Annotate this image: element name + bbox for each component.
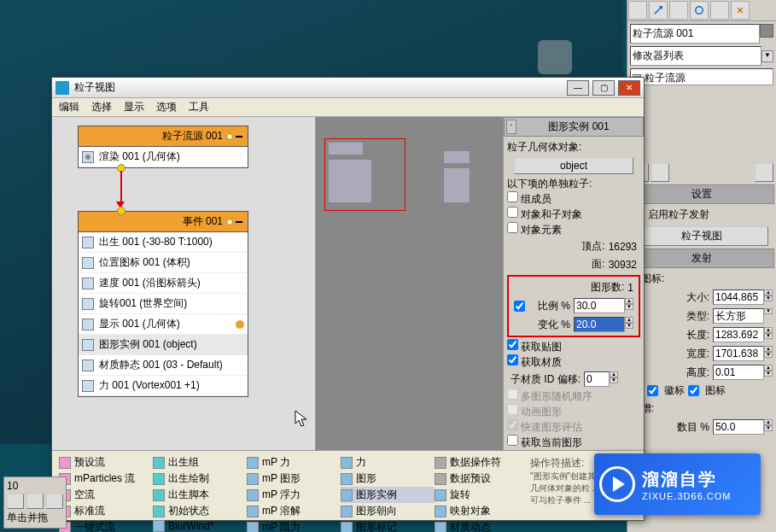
create-tab[interactable] (628, 1, 647, 20)
view-cube[interactable] (538, 40, 572, 74)
spin-down[interactable]: ▼ (764, 295, 773, 301)
modifier-stack[interactable]: ▣ 粒子流源 (630, 68, 773, 85)
depot-item[interactable]: 出生脚本 (153, 487, 247, 503)
collapse-icon[interactable]: - (506, 120, 516, 134)
acq-current-checkbox[interactable] (507, 435, 518, 446)
bulb-icon[interactable] (226, 219, 233, 225)
depot-item[interactable]: 出生绘制 (153, 471, 247, 487)
depot-item[interactable]: mParticles 流 (59, 471, 153, 487)
depot-item[interactable]: mP 浮力 (247, 487, 341, 503)
depot-item[interactable]: 旋转 (435, 487, 528, 503)
depot-item[interactable]: 出生组 (153, 454, 247, 471)
configure-button[interactable] (755, 163, 773, 182)
pct-input[interactable] (713, 419, 764, 435)
group-checkbox[interactable] (507, 191, 518, 202)
object-name-input[interactable]: 粒子流源 001 (630, 24, 760, 44)
elements-checkbox[interactable] (507, 222, 518, 233)
depot-item[interactable]: mP 力 (247, 454, 341, 471)
operator-row[interactable]: 位置图标 001 (体积) (79, 253, 248, 273)
operator-row[interactable]: 力 001 (Vortex001 +1) (79, 376, 248, 396)
variation-input[interactable] (574, 317, 625, 332)
collapse-icon[interactable] (236, 221, 242, 223)
maximize-button[interactable]: ▢ (592, 80, 615, 96)
display-tab[interactable] (710, 1, 729, 20)
show-icon-checkbox[interactable] (688, 385, 699, 396)
depot-item[interactable]: 标准流 (59, 503, 153, 519)
source-node[interactable]: 粒子流源 001 渲染 001 (几何体) (78, 126, 248, 168)
event-canvas[interactable]: 粒子流源 001 渲染 001 (几何体) 事件 001 出生 001 (-30… (52, 117, 315, 450)
operator-row[interactable]: 材质静态 001 (03 - Default) (79, 355, 248, 376)
menu-select[interactable]: 选择 (91, 100, 112, 114)
show-logo-checkbox[interactable] (647, 385, 658, 396)
menu-display[interactable]: 显示 (124, 100, 144, 114)
depot-item[interactable]: 空流 (59, 487, 153, 503)
operator-row[interactable]: 速度 001 (沿图标箭头) (79, 273, 248, 294)
anim-shape-checkbox (507, 404, 518, 415)
depot-item-label: 初始状态 (168, 504, 209, 518)
depot-item[interactable]: 预设流 (59, 454, 153, 471)
height-input[interactable] (713, 365, 764, 380)
key-button[interactable] (7, 494, 24, 509)
depot-item[interactable]: 图形实例 (341, 487, 435, 503)
scale-label: 比例 % (531, 299, 570, 313)
menu-options[interactable]: 选项 (156, 100, 177, 114)
show-result-button[interactable] (651, 163, 669, 182)
particle-view-button[interactable]: 粒子视图 (635, 226, 769, 246)
operator-row[interactable]: 显示 001 (几何体) (79, 314, 248, 335)
filter-button[interactable] (46, 494, 63, 509)
children-checkbox[interactable] (507, 207, 518, 218)
size-input[interactable] (713, 289, 764, 305)
bulb-icon[interactable] (226, 133, 233, 140)
utilities-tab[interactable] (731, 1, 750, 20)
event-node[interactable]: 事件 001 出生 001 (-30-80 T:1000)位置图标 001 (体… (78, 211, 248, 397)
motion-tab[interactable] (690, 1, 709, 20)
spin-up[interactable]: ▲ (764, 289, 773, 295)
display-color-icon[interactable] (236, 320, 244, 329)
depot-item[interactable]: 数据预设 (435, 471, 528, 487)
depot-item[interactable]: 数据操作符 (435, 454, 528, 471)
rollout-setup[interactable]: 设置 (629, 184, 774, 204)
operator-label: 出生 001 (-30-80 T:1000) (99, 235, 213, 249)
operator-row[interactable]: 旋转001 (世界空间) (79, 294, 248, 314)
scale-input[interactable] (574, 298, 625, 313)
rollout-emit[interactable]: 发射 (629, 248, 774, 268)
dd-arrow-icon[interactable]: ▼ (764, 308, 773, 314)
depot-item[interactable]: 初始状态 (153, 503, 247, 519)
depot-item[interactable]: 力 (341, 454, 435, 471)
depot-item[interactable]: 图形朝向 (341, 503, 435, 519)
length-input[interactable] (713, 327, 764, 342)
acq-mat-checkbox[interactable] (507, 354, 518, 365)
depot-item[interactable]: 映射对象 (435, 503, 528, 519)
object-color-swatch[interactable] (760, 24, 773, 38)
depot-item[interactable]: BlurWind* (153, 519, 247, 532)
modifier-list-dropdown[interactable]: 修改器列表 (630, 46, 761, 66)
menu-edit[interactable]: 编辑 (59, 100, 79, 114)
operator-row[interactable]: 图形实例 001 (object) (79, 335, 248, 355)
depot-item[interactable]: mP 溶解 (247, 503, 341, 519)
hierarchy-tab[interactable] (669, 1, 688, 20)
depot-item[interactable]: 图形标记 (341, 519, 435, 532)
depot-item[interactable]: mP 阻力 (247, 519, 341, 532)
lock-button[interactable] (26, 494, 44, 509)
modify-tab[interactable] (649, 1, 668, 20)
depot-item[interactable]: 材质动态 (435, 519, 528, 532)
depot-item[interactable]: mP 图形 (247, 471, 341, 487)
geom-obj-label: 粒子几何体对象: (507, 140, 640, 155)
title-bar[interactable]: 粒子视图 — ▢ ✕ (52, 78, 644, 98)
operator-row[interactable]: 出生 001 (-30-80 T:1000) (79, 232, 248, 253)
close-button[interactable]: ✕ (618, 80, 640, 96)
type-dropdown[interactable] (713, 308, 764, 324)
input-handle[interactable] (117, 207, 125, 215)
operator-row[interactable]: 渲染 001 (几何体) (79, 147, 248, 167)
minimize-button[interactable]: — (567, 80, 589, 96)
scale-checkbox[interactable] (514, 301, 525, 312)
collapse-icon[interactable] (236, 136, 242, 137)
dropdown-arrow-icon[interactable]: ▼ (761, 50, 773, 62)
depot-item[interactable]: 一键式流 (59, 519, 153, 532)
acq-map-checkbox[interactable] (507, 339, 518, 350)
width-input[interactable] (713, 346, 764, 361)
menu-tools[interactable]: 工具 (189, 100, 209, 114)
depot-item[interactable]: 图形 (341, 471, 435, 487)
submat-input[interactable] (584, 371, 610, 387)
pick-object-button[interactable]: object (514, 157, 633, 174)
